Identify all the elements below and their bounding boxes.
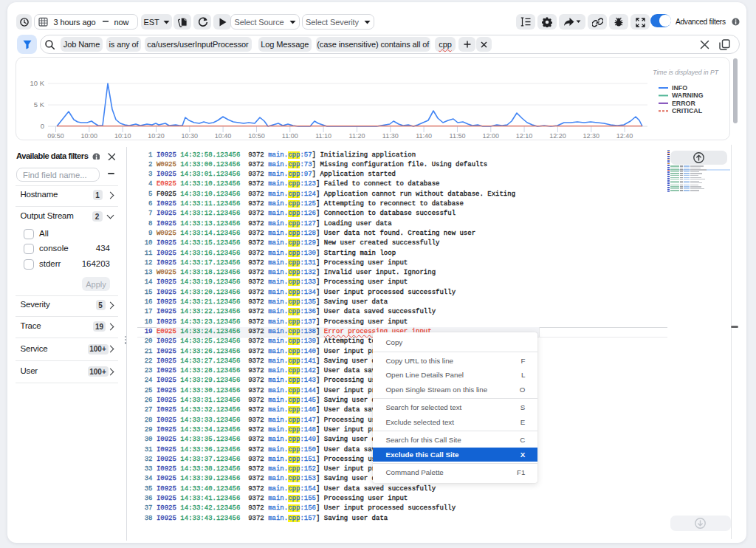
svg-text:12:40: 12:40 xyxy=(616,132,633,140)
svg-text:11:10: 11:10 xyxy=(315,132,331,140)
svg-text:11:30: 11:30 xyxy=(382,132,399,140)
svg-text:11:00: 11:00 xyxy=(282,132,298,140)
svg-text:10:30: 10:30 xyxy=(182,132,199,140)
svg-text:11:40: 11:40 xyxy=(416,132,432,140)
svg-text:12:20: 12:20 xyxy=(549,132,566,140)
svg-text:09:50: 09:50 xyxy=(47,132,64,140)
svg-text:11:50: 11:50 xyxy=(450,132,466,140)
svg-text:10:40: 10:40 xyxy=(215,132,232,140)
svg-text:INFO: INFO xyxy=(672,84,687,92)
svg-text:10:50: 10:50 xyxy=(248,132,265,140)
svg-text:ERROR: ERROR xyxy=(672,100,695,107)
svg-text:12:30: 12:30 xyxy=(583,132,600,140)
svg-text:10 K: 10 K xyxy=(30,79,44,87)
svg-text:0: 0 xyxy=(41,122,44,130)
svg-text:10:00: 10:00 xyxy=(81,132,98,140)
svg-text:10:10: 10:10 xyxy=(114,132,131,140)
svg-text:12:00: 12:00 xyxy=(483,132,500,140)
svg-text:11:20: 11:20 xyxy=(349,132,365,140)
svg-text:Time is displayed in PT: Time is displayed in PT xyxy=(653,69,719,76)
svg-text:CRITICAL: CRITICAL xyxy=(672,107,703,114)
svg-text:12:10: 12:10 xyxy=(516,132,533,140)
svg-text:WARNING: WARNING xyxy=(672,92,704,99)
svg-text:5 K: 5 K xyxy=(34,100,45,109)
svg-text:10:20: 10:20 xyxy=(148,132,165,140)
